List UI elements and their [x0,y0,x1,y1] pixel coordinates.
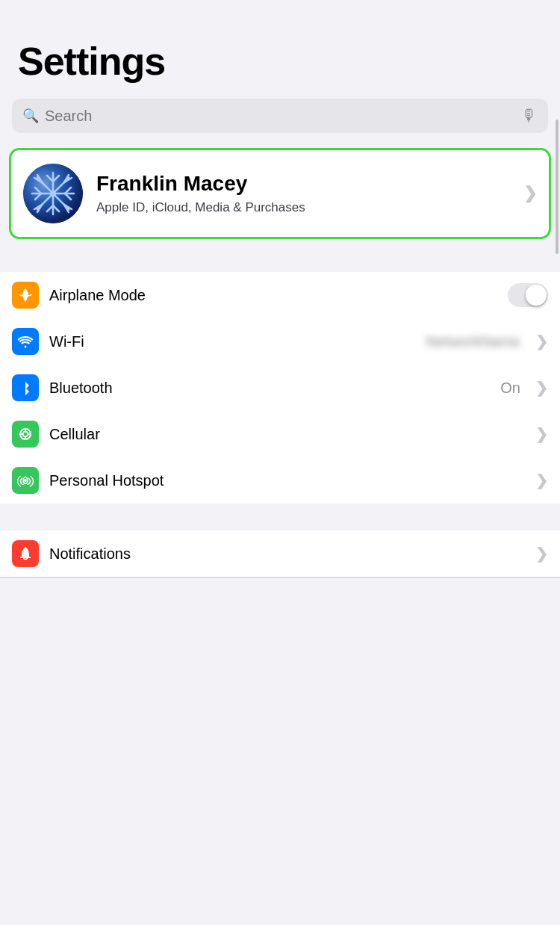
airplane-mode-toggle[interactable] [508,283,548,307]
wifi-chevron-icon: ❯ [535,332,548,350]
svg-point-24 [24,479,27,482]
airplane-mode-label: Airplane Mode [49,287,497,304]
svg-rect-25 [20,557,31,558]
airplane-mode-row[interactable]: Airplane Mode [0,272,560,318]
section-separator-1 [0,245,560,272]
personal-hotspot-chevron-icon: ❯ [535,471,548,489]
scrollbar[interactable] [556,120,559,254]
page-container: Settings 🔍 🎙 [0,0,560,925]
airplane-mode-icon [12,282,39,309]
microphone-icon: 🎙 [521,106,538,126]
section-separator-2 [0,504,560,530]
bluetooth-row[interactable]: Bluetooth On ❯ [0,365,560,411]
toggle-knob [526,285,547,306]
profile-name: Franklin Macey [96,171,510,197]
wifi-icon [12,328,39,355]
bluetooth-chevron-icon: ❯ [535,379,548,397]
profile-subtitle: Apple ID, iCloud, Media & Purchases [96,199,510,216]
search-input[interactable] [45,108,515,125]
profile-row[interactable]: Franklin Macey Apple ID, iCloud, Media &… [9,148,551,239]
settings-group-system: Notifications ❯ [0,530,560,578]
notifications-row[interactable]: Notifications ❯ [0,530,560,578]
cellular-label: Cellular [49,426,525,443]
notifications-icon [12,540,39,567]
cellular-chevron-icon: ❯ [535,425,548,443]
cellular-row[interactable]: Cellular ❯ [0,411,560,457]
settings-group-connectivity: Airplane Mode Wi-Fi NetworkName ❯ [0,272,560,504]
profile-info: Franklin Macey Apple ID, iCloud, Media &… [96,171,510,216]
notifications-label: Notifications [49,545,525,563]
wifi-value: NetworkName [426,333,520,350]
cellular-icon [12,421,39,448]
personal-hotspot-row[interactable]: Personal Hotspot ❯ [0,457,560,504]
search-icon: 🔍 [22,108,39,124]
search-bar-container: 🔍 🎙 [0,93,560,142]
bluetooth-icon [12,374,39,401]
notifications-chevron-icon: ❯ [535,545,548,563]
bluetooth-label: Bluetooth [49,380,490,397]
avatar [23,164,83,223]
svg-point-21 [50,191,56,197]
personal-hotspot-icon [12,467,39,494]
wifi-label: Wi-Fi [49,333,415,350]
page-title: Settings [18,39,542,84]
profile-chevron-icon: ❯ [523,184,537,203]
page-header: Settings [0,0,560,93]
personal-hotspot-label: Personal Hotspot [49,472,525,489]
search-bar: 🔍 🎙 [12,99,548,133]
bluetooth-value: On [500,380,520,397]
wifi-row[interactable]: Wi-Fi NetworkName ❯ [0,318,560,365]
